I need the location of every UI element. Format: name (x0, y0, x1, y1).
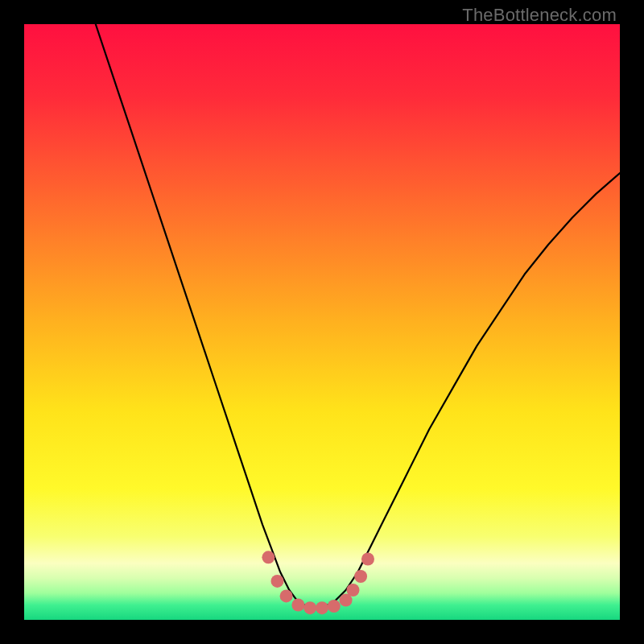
curve-layer (24, 24, 620, 620)
bottleneck-curve (96, 24, 620, 608)
trough-marker (346, 584, 359, 597)
trough-marker (361, 553, 374, 566)
trough-marker (328, 600, 341, 613)
trough-marker (303, 601, 316, 614)
trough-marker (291, 599, 304, 612)
trough-marker (354, 570, 367, 583)
watermark-text: TheBottleneck.com (462, 5, 617, 26)
trough-marker (280, 589, 293, 602)
trough-marker (262, 551, 275, 564)
trough-marker (316, 601, 328, 614)
chart-stage: TheBottleneck.com (0, 0, 644, 644)
trough-marker (271, 575, 284, 588)
trough-markers (262, 551, 374, 614)
plot-area (24, 24, 620, 620)
